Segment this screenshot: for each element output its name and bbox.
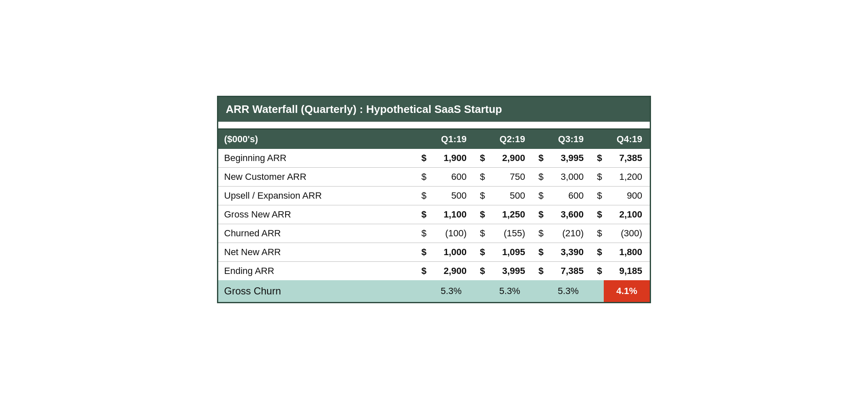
row-1-q2-dollar: $ bbox=[474, 168, 487, 187]
row-2-q1-dollar: $ bbox=[416, 187, 428, 205]
gross-churn-q3: 5.3% bbox=[545, 280, 591, 302]
row-0-q1-value: 1,900 bbox=[428, 149, 474, 168]
row-label-6: Ending ARR bbox=[218, 262, 416, 281]
row-4-q1-value: (100) bbox=[428, 224, 474, 243]
row-4-q2-value: (155) bbox=[487, 224, 533, 243]
row-5-q4-dollar: $ bbox=[591, 243, 604, 262]
table-row: Net New ARR$1,000$1,095$3,390$1,800 bbox=[218, 243, 650, 262]
header-dollar-q4 bbox=[591, 130, 604, 149]
row-label-5: Net New ARR bbox=[218, 243, 416, 262]
header-label: ($000's) bbox=[218, 130, 416, 149]
row-0-q2-dollar: $ bbox=[474, 149, 487, 168]
row-3-q1-dollar: $ bbox=[416, 205, 428, 224]
table-row: New Customer ARR$600$750$3,000$1,200 bbox=[218, 168, 650, 187]
footer-dollar-q4 bbox=[591, 280, 604, 302]
table-row: Beginning ARR$1,900$2,900$3,995$7,385 bbox=[218, 149, 650, 168]
row-5-q3-value: 3,390 bbox=[545, 243, 591, 262]
row-2-q4-value: 900 bbox=[604, 187, 650, 205]
row-4-q3-value: (210) bbox=[545, 224, 591, 243]
header-row: ($000's) Q1:19 Q2:19 Q3:19 Q4:19 bbox=[218, 130, 650, 149]
footer-dollar-q3 bbox=[533, 280, 545, 302]
row-label-1: New Customer ARR bbox=[218, 168, 416, 187]
row-1-q1-dollar: $ bbox=[416, 168, 428, 187]
row-5-q1-dollar: $ bbox=[416, 243, 428, 262]
row-6-q1-dollar: $ bbox=[416, 262, 428, 281]
row-1-q3-dollar: $ bbox=[533, 168, 545, 187]
row-6-q2-dollar: $ bbox=[474, 262, 487, 281]
row-5-q4-value: 1,800 bbox=[604, 243, 650, 262]
table-row: Ending ARR$2,900$3,995$7,385$9,185 bbox=[218, 262, 650, 281]
row-0-q3-dollar: $ bbox=[533, 149, 545, 168]
row-3-q1-value: 1,100 bbox=[428, 205, 474, 224]
row-6-q1-value: 2,900 bbox=[428, 262, 474, 281]
footer-dollar-q2 bbox=[474, 280, 487, 302]
row-6-q4-value: 9,185 bbox=[604, 262, 650, 281]
row-4-q4-value: (300) bbox=[604, 224, 650, 243]
row-0-q1-dollar: $ bbox=[416, 149, 428, 168]
row-4-q3-dollar: $ bbox=[533, 224, 545, 243]
row-5-q2-dollar: $ bbox=[474, 243, 487, 262]
row-1-q1-value: 600 bbox=[428, 168, 474, 187]
row-2-q4-dollar: $ bbox=[591, 187, 604, 205]
row-label-3: Gross New ARR bbox=[218, 205, 416, 224]
row-2-q3-value: 600 bbox=[545, 187, 591, 205]
gross-churn-q2: 5.3% bbox=[487, 280, 533, 302]
arr-waterfall-table: ARR Waterfall (Quarterly) : Hypothetical… bbox=[217, 96, 651, 303]
row-5-q3-dollar: $ bbox=[533, 243, 545, 262]
row-1-q4-value: 1,200 bbox=[604, 168, 650, 187]
header-q1: Q1:19 bbox=[428, 130, 474, 149]
row-6-q2-value: 3,995 bbox=[487, 262, 533, 281]
footer-dollar-q1 bbox=[416, 280, 428, 302]
header-q3: Q3:19 bbox=[545, 130, 591, 149]
row-6-q3-dollar: $ bbox=[533, 262, 545, 281]
row-3-q3-dollar: $ bbox=[533, 205, 545, 224]
row-1-q3-value: 3,000 bbox=[545, 168, 591, 187]
row-6-q3-value: 7,385 bbox=[545, 262, 591, 281]
row-3-q2-value: 1,250 bbox=[487, 205, 533, 224]
row-1-q2-value: 750 bbox=[487, 168, 533, 187]
gross-churn-q1: 5.3% bbox=[428, 280, 474, 302]
table-title: ARR Waterfall (Quarterly) : Hypothetical… bbox=[218, 97, 650, 122]
table-row: Upsell / Expansion ARR$500$500$600$900 bbox=[218, 187, 650, 205]
row-4-q1-dollar: $ bbox=[416, 224, 428, 243]
row-6-q4-dollar: $ bbox=[591, 262, 604, 281]
gross-churn-label: Gross Churn bbox=[218, 280, 416, 302]
row-label-0: Beginning ARR bbox=[218, 149, 416, 168]
header-q4: Q4:19 bbox=[604, 130, 650, 149]
row-2-q2-dollar: $ bbox=[474, 187, 487, 205]
row-3-q2-dollar: $ bbox=[474, 205, 487, 224]
row-3-q3-value: 3,600 bbox=[545, 205, 591, 224]
row-4-q4-dollar: $ bbox=[591, 224, 604, 243]
header-q2: Q2:19 bbox=[487, 130, 533, 149]
row-3-q4-dollar: $ bbox=[591, 205, 604, 224]
row-5-q2-value: 1,095 bbox=[487, 243, 533, 262]
row-2-q2-value: 500 bbox=[487, 187, 533, 205]
row-1-q4-dollar: $ bbox=[591, 168, 604, 187]
gross-churn-row: Gross Churn 5.3% 5.3% 5.3% 4.1% bbox=[218, 280, 650, 302]
gross-churn-q4: 4.1% bbox=[604, 280, 650, 302]
table-row: Gross New ARR$1,100$1,250$3,600$2,100 bbox=[218, 205, 650, 224]
table-row: Churned ARR$(100)$(155)$(210)$(300) bbox=[218, 224, 650, 243]
row-label-2: Upsell / Expansion ARR bbox=[218, 187, 416, 205]
header-dollar-q2 bbox=[474, 130, 487, 149]
row-label-4: Churned ARR bbox=[218, 224, 416, 243]
row-4-q2-dollar: $ bbox=[474, 224, 487, 243]
header-dollar-q3 bbox=[533, 130, 545, 149]
row-3-q4-value: 2,100 bbox=[604, 205, 650, 224]
header-dollar-q1 bbox=[416, 130, 428, 149]
row-2-q3-dollar: $ bbox=[533, 187, 545, 205]
row-2-q1-value: 500 bbox=[428, 187, 474, 205]
row-0-q2-value: 2,900 bbox=[487, 149, 533, 168]
row-0-q4-value: 7,385 bbox=[604, 149, 650, 168]
row-0-q4-dollar: $ bbox=[591, 149, 604, 168]
row-5-q1-value: 1,000 bbox=[428, 243, 474, 262]
top-spacer bbox=[218, 122, 650, 128]
row-0-q3-value: 3,995 bbox=[545, 149, 591, 168]
